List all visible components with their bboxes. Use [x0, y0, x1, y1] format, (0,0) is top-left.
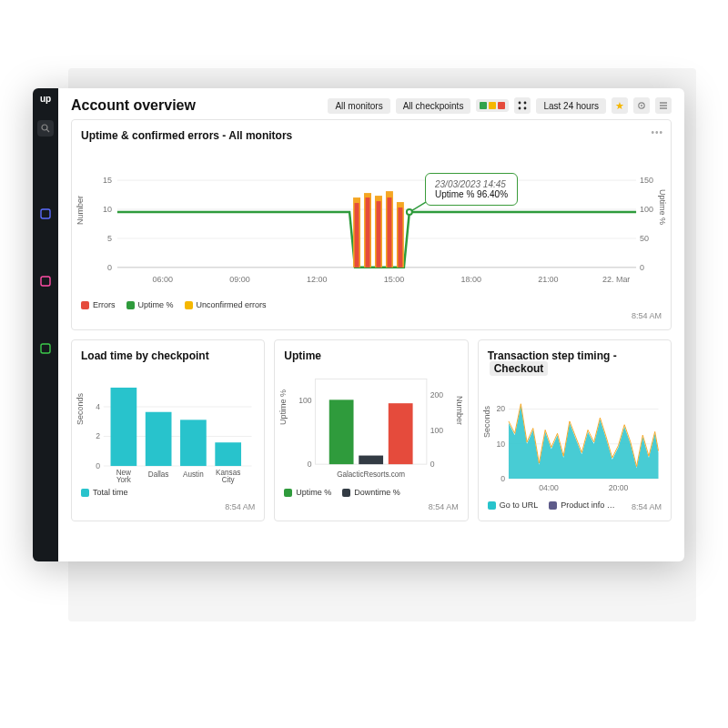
grid-view-icon[interactable]: [514, 97, 531, 114]
svg-rect-36: [398, 207, 402, 268]
card-timestamp: 8:54 AM: [632, 311, 662, 320]
svg-text:20:00: 20:00: [608, 483, 628, 492]
nav-alerts-icon[interactable]: [37, 273, 54, 289]
filter-checkpoints[interactable]: All checkpoints: [396, 98, 471, 114]
svg-text:2: 2: [96, 431, 100, 440]
txn-chart: 01020 04:0020:00: [488, 379, 662, 500]
svg-text:York: York: [116, 476, 132, 484]
svg-text:22. Mar: 22. Mar: [602, 275, 630, 284]
svg-text:0: 0: [500, 474, 505, 483]
svg-text:Dallas: Dallas: [148, 470, 169, 479]
legend-productinfo: Product info …: [561, 500, 615, 510]
svg-point-5: [519, 102, 521, 105]
card-title: Uptime & confirmed errors - All monitors: [81, 129, 662, 142]
y-right-label: Number: [455, 396, 464, 425]
filter-monitors[interactable]: All monitors: [328, 98, 389, 114]
legend-unconfirmed: Unconfirmed errors: [197, 300, 267, 309]
svg-rect-28: [355, 203, 359, 268]
uptime-chart: 0100 0100200 GalacticResorts.com: [284, 366, 458, 488]
header: Account overview All monitors All checkp…: [58, 88, 684, 119]
card-transaction: Transaction step timing - Checkout Secon…: [478, 339, 672, 521]
svg-text:4: 4: [96, 402, 100, 411]
svg-text:City: City: [222, 476, 236, 484]
star-icon[interactable]: ★: [612, 97, 628, 114]
menu-icon[interactable]: [655, 97, 672, 114]
dashboard-window: up Account overview All monitors All che…: [33, 88, 684, 561]
card-loadtime: Load time by checkpoint Seconds 024: [71, 339, 265, 521]
search-icon[interactable]: [37, 120, 54, 136]
chart-tooltip: 23/03/2023 14:45 Uptime % 96.40%: [425, 173, 518, 206]
svg-text:Austin: Austin: [183, 470, 204, 479]
nav-dashboards-icon[interactable]: [37, 340, 54, 357]
card-timestamp: 8:54 AM: [632, 502, 662, 511]
svg-point-0: [42, 125, 47, 130]
svg-point-10: [641, 105, 642, 106]
card-title: Uptime: [284, 349, 458, 362]
svg-text:04:00: 04:00: [539, 483, 559, 492]
svg-text:Kansas: Kansas: [216, 469, 240, 477]
svg-text:10: 10: [103, 205, 112, 214]
svg-line-1: [46, 129, 49, 132]
svg-text:06:00: 06:00: [152, 275, 172, 284]
card-menu-icon[interactable]: •••: [651, 127, 663, 137]
app-logo[interactable]: up: [40, 94, 51, 104]
svg-rect-70: [389, 403, 413, 464]
svg-point-6: [524, 102, 527, 105]
card-title: Load time by checkpoint: [81, 349, 255, 362]
card-title: Transaction step timing - Checkout: [488, 349, 662, 375]
card-timestamp: 8:54 AM: [225, 502, 255, 511]
title-badge: Checkout: [490, 361, 549, 376]
svg-point-7: [519, 107, 521, 110]
svg-rect-34: [387, 197, 391, 268]
uptime-errors-chart: 051015 050100150: [81, 146, 662, 295]
svg-text:150: 150: [640, 176, 653, 185]
gear-icon[interactable]: [633, 97, 650, 114]
time-range-picker[interactable]: Last 24 hours: [536, 98, 606, 114]
nav-monitors-icon[interactable]: [37, 206, 54, 222]
svg-text:21:00: 21:00: [538, 275, 558, 284]
svg-text:GalacticResorts.com: GalacticResorts.com: [338, 470, 406, 479]
svg-text:100: 100: [299, 396, 313, 405]
svg-text:0: 0: [107, 263, 112, 272]
svg-text:09:00: 09:00: [229, 275, 249, 284]
svg-text:0: 0: [96, 461, 100, 470]
svg-rect-54: [180, 420, 207, 466]
svg-text:0: 0: [308, 460, 312, 469]
svg-text:50: 50: [640, 234, 649, 243]
svg-text:15: 15: [103, 176, 112, 185]
svg-rect-30: [366, 197, 370, 268]
loadtime-chart: 024 NewYork Dallas Austin KansasCity: [81, 366, 255, 488]
legend-gotourl: Go to URL: [500, 500, 539, 510]
svg-rect-52: [111, 388, 137, 466]
svg-point-8: [524, 107, 527, 110]
svg-text:5: 5: [107, 234, 112, 243]
y-right-label: Uptime %: [658, 189, 667, 225]
tooltip-date: 23/03/2023 14:45: [435, 179, 508, 189]
svg-rect-2: [41, 209, 50, 218]
legend-errors: Errors: [93, 300, 116, 309]
card-uptime-errors: ••• Uptime & confirmed errors - All moni…: [71, 119, 672, 330]
legend-totaltime: Total time: [93, 488, 128, 497]
legend-uptimepct: Uptime %: [296, 488, 331, 497]
svg-rect-68: [329, 399, 354, 464]
svg-text:20: 20: [496, 404, 505, 413]
tooltip-value: Uptime % 96.40%: [435, 189, 508, 199]
svg-rect-32: [376, 201, 380, 268]
svg-text:10: 10: [496, 440, 505, 449]
svg-text:100: 100: [430, 426, 444, 435]
y-label: Seconds: [76, 393, 85, 425]
y-label: Seconds: [482, 406, 491, 438]
svg-point-38: [407, 209, 412, 215]
svg-text:18:00: 18:00: [460, 275, 480, 284]
svg-rect-55: [215, 442, 241, 466]
card-uptime: Uptime Uptime % Number 0100 0100200: [274, 339, 468, 521]
svg-text:15:00: 15:00: [384, 275, 404, 284]
page-title: Account overview: [71, 97, 196, 114]
status-filter[interactable]: [476, 99, 509, 112]
sidebar: up: [33, 88, 58, 561]
svg-text:0: 0: [640, 263, 644, 272]
svg-text:100: 100: [640, 205, 653, 214]
svg-text:200: 200: [430, 390, 444, 399]
svg-rect-3: [41, 277, 50, 286]
svg-text:New: New: [116, 469, 131, 477]
